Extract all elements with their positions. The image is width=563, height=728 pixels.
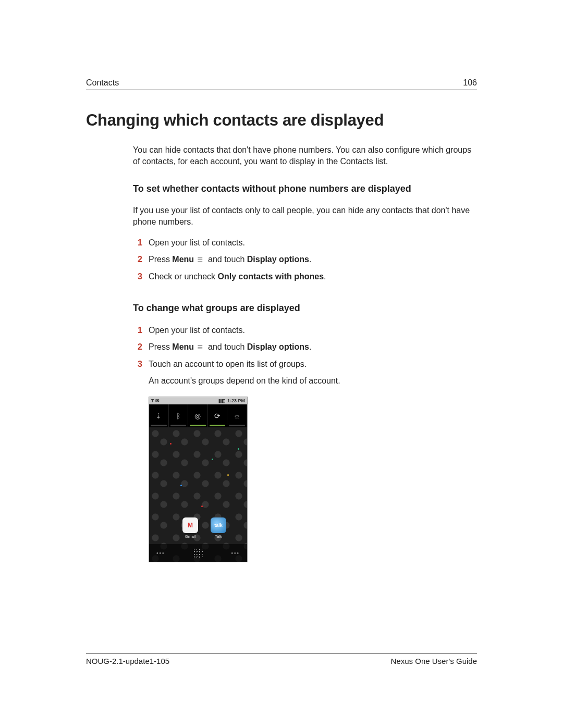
app-drawer-icon — [193, 548, 203, 558]
power-control-widget: ⇣ ᛒ ◎ ⟳ ☼ — [149, 404, 247, 427]
app-gmail: M Gmail — [180, 517, 200, 539]
step-number: 3 — [133, 270, 142, 283]
gps-icon: ◎ — [188, 404, 208, 427]
bluetooth-icon: ᛒ — [169, 404, 189, 427]
statusbar-left: T ✉ — [151, 398, 160, 403]
subhead-change-groups: To change what groups are displayed — [133, 303, 477, 314]
wifi-icon: ⇣ — [149, 404, 169, 427]
dock-dots-left: ••• — [156, 550, 165, 556]
header-section: Contacts — [86, 78, 119, 88]
step-text: Press Menu and touch Display options. — [149, 341, 477, 354]
section1-step2: 2 Press Menu and touch Display options. — [133, 253, 477, 266]
menu-icon — [198, 341, 205, 354]
app-label: Gmail — [180, 534, 200, 539]
step-number: 1 — [133, 324, 142, 337]
menu-icon — [198, 254, 205, 266]
section2-note: An account's groups depend on the kind o… — [149, 375, 477, 387]
section2-step1: 1 Open your list of contacts. — [133, 324, 477, 337]
step-text: Check or uncheck Only contacts with phon… — [149, 270, 477, 283]
phone-screenshot: T ✉ ▮◧ 1:23 PM ⇣ ᛒ ◎ ⟳ ☼ — [149, 397, 248, 562]
running-footer: NOUG-2.1-update1-105 Nexus One User's Gu… — [86, 653, 477, 665]
section2-step2: 2 Press Menu and touch Display options. — [133, 341, 477, 354]
step-text: Open your list of contacts. — [149, 237, 477, 249]
step-text: Press Menu and touch Display options. — [149, 253, 477, 266]
section1-step3: 3 Check or uncheck Only contacts with ph… — [133, 270, 477, 283]
phone-app-row: M Gmail talk Talk — [149, 517, 247, 539]
talk-icon: talk — [211, 517, 226, 533]
phone-statusbar: T ✉ ▮◧ 1:23 PM — [149, 397, 247, 404]
step-number: 2 — [133, 253, 142, 266]
step-text: Open your list of contacts. — [149, 324, 477, 337]
step-number: 1 — [133, 237, 142, 249]
footer-left: NOUG-2.1-update1-105 — [86, 657, 169, 665]
step-text: Touch an account to open its list of gro… — [149, 358, 477, 371]
brightness-icon: ☼ — [227, 404, 247, 427]
app-talk: talk Talk — [209, 517, 228, 539]
main-content: Contacts 106 Changing which contacts are… — [86, 78, 477, 562]
sync-icon: ⟳ — [208, 404, 228, 427]
intro-paragraph: You can hide contacts that don't have ph… — [133, 144, 477, 167]
step-number: 2 — [133, 341, 142, 354]
dock-dots-right: ••• — [231, 550, 240, 556]
body-block: You can hide contacts that don't have ph… — [133, 144, 477, 562]
step-number: 3 — [133, 358, 142, 371]
footer-right: Nexus One User's Guide — [391, 657, 477, 665]
page-title: Changing which contacts are displayed — [86, 111, 477, 130]
section2-step3: 3 Touch an account to open its list of g… — [133, 358, 477, 371]
statusbar-right: ▮◧ 1:23 PM — [218, 398, 245, 403]
phone-wallpaper: M Gmail talk Talk ••• ••• — [149, 427, 247, 562]
document-page: Contacts 106 Changing which contacts are… — [0, 0, 563, 728]
phone-dock: ••• ••• — [149, 544, 247, 562]
gmail-icon: M — [182, 517, 198, 533]
app-label: Talk — [209, 534, 228, 539]
section1-intro: If you use your list of contacts only to… — [133, 205, 477, 227]
header-page-number: 106 — [463, 78, 477, 88]
running-header: Contacts 106 — [86, 78, 477, 90]
subhead-set-contacts-without-numbers: To set whether contacts without phone nu… — [133, 183, 477, 194]
section1-step1: 1 Open your list of contacts. — [133, 237, 477, 249]
